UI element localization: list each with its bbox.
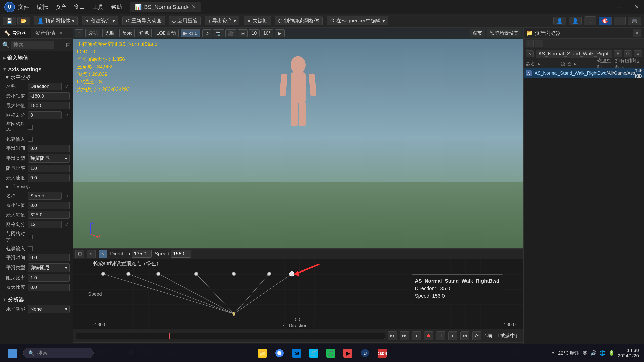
col-name-header[interactable]: 命名 ▲ bbox=[526, 61, 561, 67]
play-btn[interactable]: ▶ x1.0 bbox=[181, 29, 200, 37]
fit-view-btn[interactable]: ⊡ bbox=[75, 250, 84, 258]
asset-row-0[interactable]: A AS_Normal_Stand_Walk_RightBwd /All/Gam… bbox=[524, 68, 644, 78]
axis-settings-title[interactable]: ▼ Axis Settings bbox=[2, 65, 71, 73]
editor-settings-btn[interactable]: 缩节 bbox=[470, 29, 485, 37]
taskbar-search-bar[interactable]: 🔍 搜索 bbox=[23, 348, 94, 358]
taskbar-music-icon[interactable]: 🎵 bbox=[324, 347, 337, 360]
apply-compress-btn[interactable]: ◇ 应用压缩 bbox=[169, 16, 201, 25]
name-reset-btn[interactable]: ↺ bbox=[64, 83, 70, 89]
sample-point-1[interactable] bbox=[127, 272, 130, 276]
skip-start-btn[interactable]: ⏮ bbox=[388, 331, 397, 340]
settings-icon-btn[interactable]: ⚙ bbox=[624, 50, 632, 57]
angle10-btn[interactable]: 10° bbox=[261, 29, 273, 37]
menu-asset[interactable]: 资产 bbox=[55, 3, 66, 11]
play-fwd-btn[interactable]: ⏵ bbox=[448, 331, 457, 340]
smooth-type-v-dropdown[interactable]: 弹簧阻尼 ▾ bbox=[28, 263, 70, 272]
taskbar-chrome-icon[interactable] bbox=[273, 347, 286, 360]
network-icon[interactable]: 🌐 bbox=[599, 350, 606, 356]
extra-btn[interactable]: ⋮ bbox=[614, 17, 626, 25]
preview-settings-btn[interactable]: 预览场景设置 bbox=[487, 29, 521, 37]
taskbar-video-icon[interactable]: ▶ bbox=[341, 347, 354, 360]
min-axis-value[interactable]: -180.0 bbox=[28, 92, 70, 100]
asset-search-input[interactable] bbox=[536, 50, 612, 58]
horizontal-axis-title[interactable]: ▼ 水平坐标 bbox=[2, 73, 71, 82]
refresh-btn[interactable]: ↺ bbox=[202, 29, 212, 37]
name-prop-value[interactable]: Direction bbox=[28, 83, 62, 90]
skeleton-tree-tab[interactable]: 🦴 骨骼树 bbox=[0, 28, 31, 38]
grid-div-value[interactable]: 8 bbox=[28, 111, 62, 119]
volume-icon[interactable]: 🔊 bbox=[590, 350, 596, 356]
wrap-v-checkbox[interactable] bbox=[28, 246, 33, 251]
taskbar-explorer-icon[interactable]: 📁 bbox=[256, 347, 269, 360]
asset-browser-close-btn[interactable]: ✕ bbox=[633, 29, 641, 37]
smooth-time-value[interactable]: 0.0 bbox=[28, 145, 70, 152]
cursor-btn[interactable]: ↖ bbox=[99, 250, 107, 258]
nav-fwd-btn[interactable]: → bbox=[535, 40, 543, 47]
close-btn[interactable]: ✕ bbox=[634, 4, 639, 10]
browse-btn[interactable]: 📂 bbox=[17, 17, 30, 25]
horiz-func-dropdown[interactable]: None ▾ bbox=[28, 305, 70, 313]
active-btn[interactable]: 🎯 bbox=[599, 17, 612, 25]
vertical-axis-title[interactable]: ▼ 垂直坐标 bbox=[2, 183, 71, 191]
person1-btn[interactable]: 👤 bbox=[553, 17, 566, 25]
gamepad-btn[interactable]: 🎮 bbox=[628, 17, 641, 25]
export-btn[interactable]: ↑ 导出资产 ▾ bbox=[205, 16, 239, 25]
search-input[interactable] bbox=[11, 41, 54, 49]
taskbar-store-icon[interactable]: 🛒 bbox=[307, 347, 320, 360]
playback-track[interactable] bbox=[76, 333, 385, 339]
play-rev-btn[interactable]: ⏴ bbox=[412, 331, 421, 340]
max-axis-value[interactable]: 180.0 bbox=[28, 102, 70, 109]
smooth-type-dropdown[interactable]: 弹簧阻尼 ▾ bbox=[28, 154, 70, 163]
asset-detail-close[interactable]: ✕ bbox=[59, 30, 63, 36]
grid-div-v-value[interactable]: 12 bbox=[28, 221, 62, 228]
start-button[interactable] bbox=[5, 346, 19, 360]
taskbar-ue-icon[interactable]: U bbox=[358, 347, 372, 360]
direction-param-input[interactable] bbox=[132, 250, 152, 258]
min-v-value[interactable]: 0.0 bbox=[28, 202, 70, 209]
select-btn[interactable]: ○ bbox=[87, 250, 96, 258]
loop-btn[interactable]: ⟳ bbox=[472, 331, 481, 340]
reimport-btn[interactable]: ↺ 重新导入动画 bbox=[122, 16, 165, 25]
lighting-btn[interactable]: 光照 bbox=[102, 29, 117, 37]
perspective-btn[interactable]: 透视 bbox=[85, 29, 100, 37]
battery-icon[interactable]: 🔋 bbox=[609, 350, 615, 356]
keybind-btn[interactable]: ✕ 关键帧 bbox=[244, 16, 271, 25]
speed-param-input[interactable] bbox=[171, 250, 191, 258]
menu-edit[interactable]: 编辑 bbox=[37, 3, 48, 11]
person2-btn[interactable]: 👤 bbox=[569, 17, 582, 25]
grid-div-v-reset-btn[interactable]: ↺ bbox=[64, 221, 70, 228]
active-sample-point[interactable] bbox=[290, 272, 294, 276]
analysis-title[interactable]: ▼ 分析器 bbox=[2, 295, 71, 304]
grid-btn[interactable]: ⊞ bbox=[238, 29, 248, 37]
damp-ratio-value[interactable]: 1.0 bbox=[28, 165, 70, 172]
asset-detail-tab[interactable]: 资产详情 ✕ bbox=[31, 28, 67, 38]
grid-div-reset-btn[interactable]: ↺ bbox=[64, 112, 70, 118]
menu-help[interactable]: 帮助 bbox=[111, 3, 122, 11]
sample-point-2[interactable] bbox=[157, 272, 160, 276]
menu-window[interactable]: 窗口 bbox=[74, 3, 85, 11]
grid10-btn[interactable]: 10 bbox=[249, 29, 259, 37]
smooth-time-v-value[interactable]: 0.0 bbox=[28, 254, 70, 261]
view-options-icon[interactable]: ⊞ bbox=[66, 41, 71, 49]
preview-mesh-btn[interactable]: 👤 预览网格体 ▾ bbox=[34, 16, 78, 25]
wrap-input-checkbox[interactable] bbox=[28, 137, 33, 142]
step-back-btn[interactable]: ⏮ bbox=[400, 331, 409, 340]
lang-icon[interactable]: 英 bbox=[583, 350, 587, 356]
filter-btn[interactable]: ▼ bbox=[614, 50, 622, 57]
more-btn[interactable]: ▶ bbox=[275, 29, 285, 37]
document-tab[interactable]: 📊 BS_NormalStand• ✕ bbox=[130, 2, 201, 12]
nav-back-btn[interactable]: ← bbox=[526, 40, 534, 47]
list-view-btn[interactable]: ≡ bbox=[634, 50, 642, 57]
menu-file[interactable]: 文件 bbox=[18, 3, 29, 11]
sequencer-btn[interactable]: ⏱ 在Sequencer中编辑 ▾ bbox=[327, 16, 388, 25]
settings-btn[interactable]: ⋮ bbox=[584, 16, 596, 25]
minimize-btn[interactable]: ─ bbox=[617, 4, 621, 10]
maximize-btn[interactable]: □ bbox=[626, 4, 629, 10]
menu-tools[interactable]: 工具 bbox=[93, 3, 104, 11]
cam2-btn[interactable]: 🎥 bbox=[225, 29, 237, 37]
tab-close-icon[interactable]: ✕ bbox=[191, 4, 196, 10]
max-speed-v-value[interactable]: 0.0 bbox=[28, 284, 70, 291]
grid-align-v-checkbox[interactable] bbox=[28, 235, 33, 239]
damp-v-value[interactable]: 1.0 bbox=[28, 274, 70, 282]
step-fwd-btn[interactable]: ⏭ bbox=[460, 331, 469, 340]
